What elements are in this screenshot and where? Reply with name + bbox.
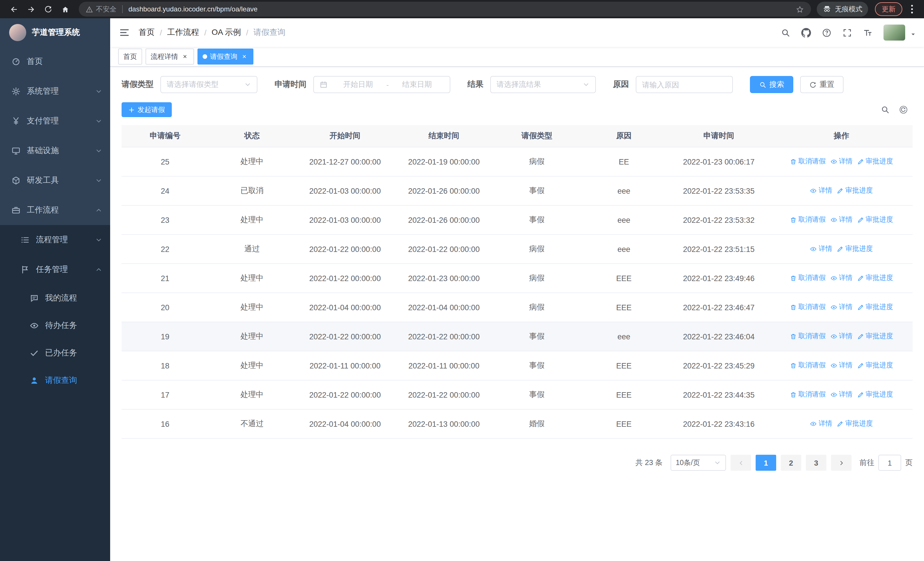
browser-home-button[interactable] bbox=[57, 1, 73, 17]
help-button[interactable] bbox=[817, 23, 836, 42]
collapse-sidebar-button[interactable] bbox=[110, 18, 139, 47]
sidebar-item-leave-query[interactable]: 请假查询 bbox=[0, 367, 110, 394]
progress-action-link[interactable]: 审批进度 bbox=[857, 215, 893, 225]
progress-action-link[interactable]: 审批进度 bbox=[857, 302, 893, 312]
address-bar[interactable]: 不安全 dashboard.yudao.iocoder.cn/bpm/oa/le… bbox=[79, 2, 811, 17]
detail-action-link[interactable]: 详情 bbox=[830, 390, 852, 400]
sidebar-item-todo-tasks[interactable]: 待办任务 bbox=[0, 312, 110, 339]
detail-action-link[interactable]: 详情 bbox=[830, 332, 852, 341]
prev-page-button[interactable] bbox=[730, 455, 751, 471]
date-range-picker[interactable]: 开始日期 - 结束日期 bbox=[314, 76, 450, 93]
security-chip[interactable]: 不安全 bbox=[86, 4, 116, 14]
sidebar-item-dev-tools[interactable]: 研发工具 bbox=[0, 165, 110, 196]
detail-action-link[interactable]: 详情 bbox=[830, 273, 852, 283]
cancel-action-link[interactable]: 取消请假 bbox=[790, 332, 825, 341]
sidebar-item-my-processes[interactable]: 我的流程 bbox=[0, 284, 110, 312]
caret-down-icon[interactable] bbox=[910, 32, 916, 37]
sidebar-item-process-mgmt[interactable]: 流程管理 bbox=[0, 225, 110, 255]
result-label: 结果 bbox=[467, 80, 483, 90]
sidebar-menu: 首页 系统管理 支付管理 基础设施 bbox=[0, 47, 110, 394]
sidebar-item-system-mgmt[interactable]: 系统管理 bbox=[0, 77, 110, 106]
detail-action-link[interactable]: 详情 bbox=[810, 186, 832, 196]
yen-icon bbox=[11, 117, 21, 126]
sidebar-item-task-mgmt[interactable]: 任务管理 bbox=[0, 255, 110, 284]
cancel-action-link[interactable]: 取消请假 bbox=[790, 361, 825, 370]
progress-action-link[interactable]: 审批进度 bbox=[857, 361, 893, 370]
reason-input[interactable] bbox=[636, 76, 733, 93]
cell-status: 处理中 bbox=[208, 264, 296, 293]
header-search-button[interactable] bbox=[776, 23, 795, 42]
breadcrumb-workflow[interactable]: 工作流程 bbox=[167, 27, 199, 38]
column-header-actions: 操作 bbox=[770, 125, 913, 147]
progress-action-link[interactable]: 审批进度 bbox=[837, 419, 873, 429]
detail-action-link[interactable]: 详情 bbox=[810, 419, 832, 429]
result-select[interactable]: 请选择流结果 bbox=[490, 76, 596, 93]
cell-leave-type: 病假 bbox=[494, 147, 580, 176]
tab-home[interactable]: 首页 bbox=[118, 48, 142, 65]
page-button-3[interactable]: 3 bbox=[806, 455, 826, 471]
cancel-action-link[interactable]: 取消请假 bbox=[790, 302, 825, 312]
progress-action-link[interactable]: 审批进度 bbox=[837, 186, 873, 196]
user-avatar[interactable] bbox=[884, 24, 905, 41]
tab-process-detail[interactable]: 流程详情 × bbox=[146, 48, 194, 65]
browser-back-button[interactable] bbox=[6, 1, 22, 17]
next-page-button[interactable] bbox=[831, 455, 852, 471]
browser-menu-button[interactable] bbox=[906, 2, 918, 16]
url-text: dashboard.yudao.iocoder.cn/bpm/oa/leave bbox=[128, 5, 796, 13]
sidebar-item-workflow[interactable]: 工作流程 bbox=[0, 196, 110, 225]
detail-action-link[interactable]: 详情 bbox=[830, 215, 852, 225]
detail-action-link[interactable]: 详情 bbox=[830, 361, 852, 370]
detail-action-link[interactable]: 详情 bbox=[810, 244, 832, 254]
close-icon[interactable]: × bbox=[181, 53, 189, 60]
incognito-badge: 无痕模式 bbox=[817, 2, 868, 17]
page-button-1[interactable]: 1 bbox=[756, 455, 776, 471]
page-button-2[interactable]: 2 bbox=[781, 455, 801, 471]
browser-update-button[interactable]: 更新 bbox=[875, 2, 902, 16]
tab-leave-query[interactable]: 请假查询 × bbox=[198, 48, 254, 65]
close-icon[interactable]: × bbox=[240, 53, 248, 60]
browser-forward-button[interactable] bbox=[23, 1, 39, 17]
cancel-action-link[interactable]: 取消请假 bbox=[790, 157, 825, 167]
reset-button[interactable]: 重置 bbox=[800, 76, 843, 93]
create-leave-button[interactable]: 发起请假 bbox=[122, 102, 172, 117]
progress-action-link[interactable]: 审批进度 bbox=[857, 157, 893, 167]
cell-start-time: 2022-01-03 00:00:00 bbox=[296, 205, 394, 235]
progress-action-link[interactable]: 审批进度 bbox=[837, 244, 873, 254]
cell-application-id: 21 bbox=[122, 264, 208, 293]
table-toolbar-icons bbox=[880, 105, 913, 114]
bookmark-star-icon[interactable] bbox=[796, 5, 804, 14]
progress-action-link[interactable]: 审批进度 bbox=[857, 332, 893, 341]
sidebar-item-infrastructure[interactable]: 基础设施 bbox=[0, 136, 110, 165]
fullscreen-button[interactable] bbox=[838, 23, 856, 42]
detail-action-link[interactable]: 详情 bbox=[830, 157, 852, 167]
goto-page: 前往 页 bbox=[860, 455, 913, 471]
toggle-search-icon[interactable] bbox=[880, 105, 890, 114]
sidebar-item-home[interactable]: 首页 bbox=[0, 47, 110, 77]
flag-icon bbox=[21, 265, 30, 274]
refresh-table-icon[interactable] bbox=[899, 105, 908, 114]
detail-action-link[interactable]: 详情 bbox=[830, 302, 852, 312]
cell-start-time: 2022-01-03 00:00:00 bbox=[296, 176, 394, 205]
breadcrumb-home[interactable]: 首页 bbox=[139, 27, 154, 38]
progress-action-link[interactable]: 审批进度 bbox=[857, 273, 893, 283]
sidebar-item-done-tasks[interactable]: 已办任务 bbox=[0, 339, 110, 367]
github-link[interactable] bbox=[797, 23, 815, 42]
font-size-button[interactable] bbox=[858, 23, 877, 42]
cell-reason: EE bbox=[580, 147, 668, 176]
page-size-select[interactable]: 10条/页 bbox=[670, 455, 726, 471]
cell-leave-type: 病假 bbox=[494, 293, 580, 322]
cancel-action-link[interactable]: 取消请假 bbox=[790, 390, 825, 400]
progress-action-link[interactable]: 审批进度 bbox=[857, 390, 893, 400]
breadcrumb-oa-example[interactable]: OA 示例 bbox=[212, 27, 241, 38]
browser-reload-button[interactable] bbox=[40, 1, 56, 17]
cancel-action-link[interactable]: 取消请假 bbox=[790, 273, 825, 283]
cell-reason: EEE bbox=[580, 380, 668, 409]
goto-page-input[interactable] bbox=[878, 455, 901, 471]
leave-type-select[interactable]: 请选择请假类型 bbox=[160, 76, 257, 93]
incognito-label: 无痕模式 bbox=[835, 4, 862, 14]
column-header-status: 状态 bbox=[208, 125, 296, 147]
search-button[interactable]: 搜索 bbox=[750, 76, 793, 93]
cancel-action-link[interactable]: 取消请假 bbox=[790, 215, 825, 225]
sidebar-item-payment-mgmt[interactable]: 支付管理 bbox=[0, 106, 110, 136]
sidebar-item-label: 支付管理 bbox=[27, 116, 59, 126]
